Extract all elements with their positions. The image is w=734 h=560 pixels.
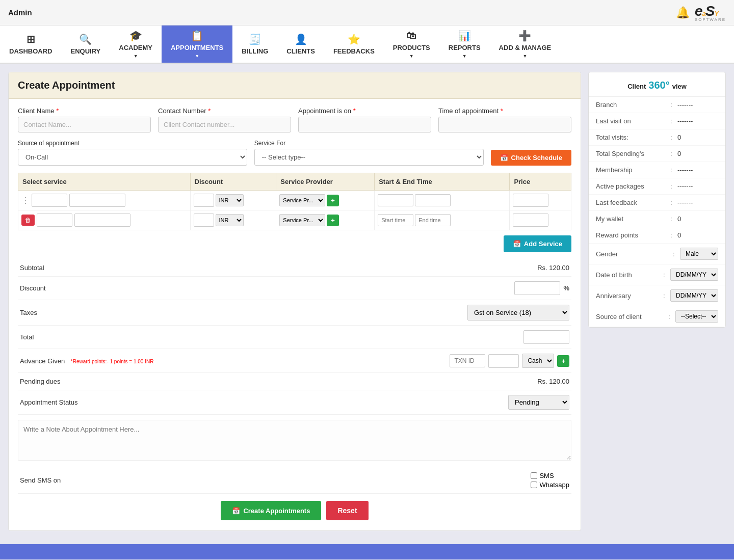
row1-end-time-input[interactable]: 04:27 PM: [415, 194, 451, 206]
dob-select[interactable]: DD/MM/YY: [670, 269, 718, 281]
row2-service-input[interactable]: Service(Autocomplete): [74, 214, 130, 227]
contact-number-group: Contact Number *: [158, 107, 291, 132]
view-row-spending: Total Spending's : 0: [589, 146, 725, 162]
reset-button[interactable]: Reset: [326, 501, 368, 520]
nav-billing-label: BILLING: [242, 47, 268, 55]
row2-end-time-input[interactable]: [415, 214, 451, 226]
feedbacks-icon: ⭐: [348, 33, 360, 45]
reports-icon: 📊: [458, 30, 471, 42]
time-input[interactable]: 04:27 PM: [438, 117, 571, 132]
client-360-card: Client 360° view Branch : ------- Last v…: [588, 72, 726, 328]
row2-start-time-input[interactable]: [378, 214, 413, 226]
nav-appointments[interactable]: 📋 APPOINTMENTS ▼: [162, 25, 232, 63]
nav-clients[interactable]: 👤 CLIENTS: [277, 25, 324, 63]
sms-checkbox[interactable]: [531, 472, 537, 479]
nav-products[interactable]: 🛍 PRODUCTS ▼: [384, 25, 439, 63]
row1-discount-cell: 0 INR: [190, 191, 276, 210]
row2-delete-button[interactable]: 🗑: [21, 215, 35, 226]
top-bar-right: 🔔 eaSY SOFTWARE: [676, 3, 726, 22]
appointment-date-label: Appointment is on *: [298, 107, 431, 115]
top-bar: Admin 🔔 eaSY SOFTWARE: [0, 0, 734, 25]
client-name-input[interactable]: [18, 117, 151, 132]
row1-currency-select[interactable]: INR: [216, 194, 244, 206]
service-table: Select service Discount Service Provider…: [18, 173, 571, 230]
nav-feedbacks[interactable]: ⭐ FEEDBACKS: [324, 25, 384, 63]
gender-label: Gender: [596, 250, 673, 258]
360-num: 360°: [648, 79, 669, 91]
notification-icon[interactable]: 🔔: [676, 6, 690, 19]
wallet-value: 0: [677, 215, 718, 223]
nav-academy-label: ACADEMY: [119, 44, 152, 51]
footer-buttons: 📅 Create Appointments Reset: [18, 494, 571, 522]
sms-options: SMS Whatsapp: [531, 472, 569, 489]
advance-txn-input[interactable]: [450, 354, 485, 367]
row1-service-input[interactable]: Creative haircut: [69, 194, 125, 207]
service-for-select[interactable]: -- Select type--: [254, 149, 484, 166]
col-select-service: Select service: [18, 173, 191, 191]
main-layout: Create Appointment Client Name * Contact…: [0, 64, 734, 539]
discount-label: Discount: [20, 284, 514, 292]
view-row-total-visits: Total visits: : 0: [589, 129, 725, 146]
add-service-button[interactable]: 📅 Add Service: [504, 235, 571, 252]
row2-category-input[interactable]: Category: [37, 214, 72, 227]
anniversary-select[interactable]: DD/MM/YY: [670, 289, 718, 302]
status-label: Appointment Status: [20, 398, 508, 406]
row2-time-cell: [375, 210, 510, 230]
nav-enquiry[interactable]: 🔍 ENQUIRY: [62, 25, 110, 63]
gender-select[interactable]: MaleFemaleOther: [680, 248, 718, 260]
discount-input[interactable]: 0: [514, 281, 560, 295]
billing-icon: 🧾: [249, 33, 261, 45]
row2-currency-select[interactable]: INR: [216, 214, 244, 226]
row2-discount-cell: 0 INR: [190, 210, 276, 230]
row2-price-input[interactable]: 9800.00: [513, 214, 548, 227]
products-icon: 🛍: [406, 30, 416, 42]
row2-discount-input[interactable]: 0: [194, 214, 214, 227]
form-row-1: Client Name * Contact Number * Appointme…: [18, 107, 571, 132]
nav-reports-label: REPORTS: [449, 44, 481, 51]
drag-icon[interactable]: ⋮: [21, 196, 30, 205]
row1-provider-select[interactable]: Service Pr...: [279, 194, 325, 206]
create-appointments-button[interactable]: 📅 Create Appointments: [221, 501, 321, 520]
branch-label: Branch: [596, 101, 670, 109]
row1-start-time-input[interactable]: 04:27 PM: [378, 194, 413, 206]
advance-amount-input[interactable]: 0: [488, 354, 519, 368]
reports-arrow: ▼: [462, 54, 467, 59]
row2-price-cell: 9800.00: [510, 210, 571, 230]
row1-category-input[interactable]: Hair: [32, 194, 67, 207]
sms-checkbox-label[interactable]: SMS: [531, 472, 569, 479]
enquiry-icon: 🔍: [79, 33, 92, 45]
advance-add-button[interactable]: +: [557, 355, 569, 367]
row1-add-provider-button[interactable]: +: [327, 195, 339, 206]
total-input[interactable]: 140.60: [523, 330, 569, 344]
row2-provider-select[interactable]: Service Pr...: [279, 214, 325, 226]
nav-dashboard[interactable]: ⊞ DASHBOARD: [0, 25, 62, 63]
source-client-select[interactable]: --Select--: [675, 310, 718, 323]
reward-label: Reward points: [596, 231, 670, 239]
pending-dues-value: Rs. 120.00: [518, 378, 569, 385]
advance-method-select[interactable]: Cash: [522, 354, 554, 368]
row1-price-input[interactable]: 120: [513, 194, 548, 207]
taxes-select[interactable]: Gst on Service (18): [467, 305, 569, 321]
service-for-label: Service For: [254, 140, 484, 147]
view-row-last-visit: Last visit on : -------: [589, 113, 725, 129]
nav-add-manage[interactable]: ➕ ADD & MANAGE ▼: [490, 25, 561, 63]
row1-discount-input[interactable]: 0: [194, 194, 214, 207]
appointments-icon: 📋: [191, 30, 203, 42]
contact-number-input[interactable]: [158, 117, 291, 132]
source-select[interactable]: On-Call Walk-in Online: [18, 149, 247, 166]
nav-dashboard-label: DASHBOARD: [9, 47, 53, 55]
row2-add-provider-button[interactable]: +: [327, 215, 339, 226]
nav-reports[interactable]: 📊 REPORTS ▼: [439, 25, 490, 63]
add-manage-icon: ➕: [518, 30, 531, 42]
view-row-gender: Gender : MaleFemaleOther: [589, 244, 725, 264]
appointment-date-input[interactable]: 2023-12-04: [298, 117, 431, 132]
whatsapp-checkbox[interactable]: [531, 482, 537, 488]
check-schedule-button[interactable]: 📅 Check Schedule: [491, 150, 571, 166]
view-row-reward: Reward points : 0: [589, 227, 725, 244]
whatsapp-checkbox-label[interactable]: Whatsapp: [531, 481, 569, 489]
note-textarea[interactable]: [18, 420, 571, 461]
advance-label: Advance Given *Reward points:- 1 points …: [20, 357, 450, 365]
status-select[interactable]: Pending: [508, 395, 569, 410]
nav-billing[interactable]: 🧾 BILLING: [232, 25, 277, 63]
nav-academy[interactable]: 🎓 ACADEMY ▼: [110, 25, 162, 63]
